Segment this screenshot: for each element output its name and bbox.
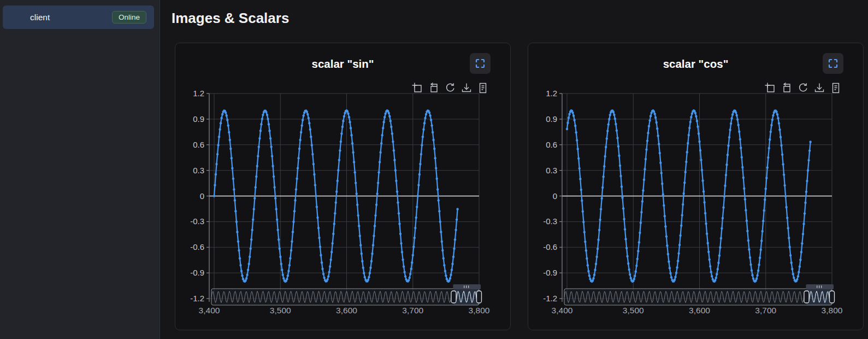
y-tick-label: 0 <box>553 191 557 201</box>
data-zoom-select-button[interactable] <box>411 82 423 94</box>
restore-icon <box>428 82 440 94</box>
x-tick-label: 3,500 <box>623 306 644 315</box>
y-tick-label: -0.6 <box>190 242 204 252</box>
x-tick-label: 3,700 <box>755 306 776 315</box>
fullscreen-corners-icon <box>475 58 486 69</box>
y-tick-label: -0.9 <box>190 268 204 277</box>
slider-selection[interactable] <box>453 289 479 305</box>
x-tick-label: 3,400 <box>552 306 573 315</box>
chart-toolbar <box>764 82 842 94</box>
data-zoom-select-icon <box>411 82 423 94</box>
y-axis: 1.20.90.60.30-0.3-0.6-0.9-1.2 <box>543 89 562 303</box>
y-tick-label: -0.9 <box>543 268 557 277</box>
refresh-button[interactable] <box>797 82 809 94</box>
x-tick-label: 3,400 <box>199 306 220 315</box>
chart-card-cos: 1.20.90.60.30-0.3-0.6-0.9-1.23,4003,5003… <box>528 43 864 330</box>
restore-icon <box>781 82 793 94</box>
data-view-icon <box>477 82 489 94</box>
x-tick-label: 3,800 <box>822 306 843 315</box>
save-image-button[interactable] <box>460 82 473 94</box>
y-tick-label: 1.2 <box>546 89 557 98</box>
status-badge: Online <box>112 11 146 24</box>
y-tick-label: 0 <box>200 191 204 201</box>
slider-selection[interactable] <box>806 289 832 305</box>
data-view-button[interactable] <box>477 82 489 94</box>
page-title: Images & Scalars <box>172 8 868 28</box>
y-tick-label: -0.3 <box>543 217 557 226</box>
slider-handle-left[interactable] <box>804 291 809 303</box>
charts-row: 1.20.90.60.30-0.3-0.6-0.9-1.23,4003,5003… <box>175 43 868 330</box>
refresh-icon <box>797 82 809 94</box>
y-tick-label: -1.2 <box>543 294 557 303</box>
refresh-button[interactable] <box>444 82 456 94</box>
y-tick-label: 0.9 <box>193 114 204 124</box>
fullscreen-button[interactable] <box>823 53 843 74</box>
data-view-icon <box>830 82 842 94</box>
y-tick-label: 0.6 <box>193 140 204 149</box>
restore-button[interactable] <box>781 82 793 94</box>
y-tick-label: -1.2 <box>190 294 204 303</box>
y-tick-label: 0.3 <box>546 166 557 175</box>
x-tick-label: 3,700 <box>402 306 423 315</box>
refresh-icon <box>444 82 456 94</box>
slider-handle-right[interactable] <box>830 291 835 303</box>
restore-button[interactable] <box>428 82 440 94</box>
main-content: Images & Scalars 1.20.90.60.30-0.3-0.6-0… <box>160 0 868 339</box>
x-tick-label: 3,800 <box>469 306 490 315</box>
data-zoom-select-button[interactable] <box>764 82 776 94</box>
client-name: client <box>30 13 50 22</box>
y-axis: 1.20.90.60.30-0.3-0.6-0.9-1.2 <box>190 89 209 303</box>
y-tick-label: 0.6 <box>546 140 557 149</box>
fullscreen-button[interactable] <box>470 53 491 74</box>
y-tick-label: -0.3 <box>190 217 204 226</box>
fullscreen-corners-icon <box>828 58 839 69</box>
x-axis-labels: 3,4003,5003,6003,7003,800 <box>552 306 843 315</box>
slider-handle-left[interactable] <box>451 291 456 303</box>
x-tick-label: 3,500 <box>270 306 291 315</box>
chart-toolbar <box>411 82 489 94</box>
x-tick-label: 3,600 <box>689 306 710 315</box>
save-image-icon <box>813 82 825 94</box>
save-image-button[interactable] <box>813 82 825 94</box>
data-zoom-select-icon <box>764 82 776 94</box>
app-root: client Online Images & Scalars 1.20.90.6… <box>0 0 868 339</box>
slider-move-handle[interactable] <box>453 284 481 289</box>
sidebar: client Online <box>0 0 160 339</box>
chart-card-sin: 1.20.90.60.30-0.3-0.6-0.9-1.23,4003,5003… <box>175 43 511 330</box>
save-image-icon <box>460 82 473 94</box>
y-tick-label: -0.6 <box>543 242 557 252</box>
data-view-button[interactable] <box>830 82 842 94</box>
y-tick-label: 0.3 <box>193 166 204 175</box>
slider-handle-right[interactable] <box>477 291 482 303</box>
sidebar-item-client[interactable]: client Online <box>3 5 154 29</box>
y-tick-label: 0.9 <box>546 114 557 124</box>
x-tick-label: 3,600 <box>336 306 357 315</box>
slider-move-handle[interactable] <box>806 284 834 289</box>
x-axis-labels: 3,4003,5003,6003,7003,800 <box>199 306 490 315</box>
y-tick-label: 1.2 <box>193 89 204 98</box>
